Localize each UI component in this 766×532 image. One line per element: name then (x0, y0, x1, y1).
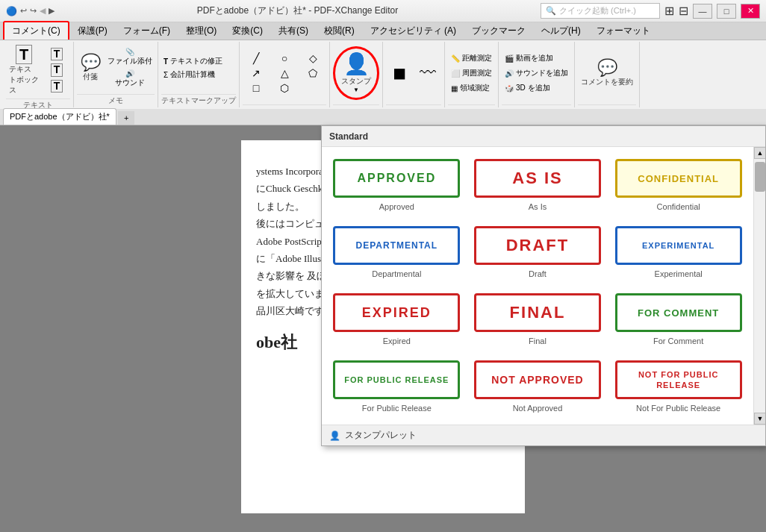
circle-btn[interactable]: ○ (271, 51, 298, 65)
maximize-btn[interactable]: □ (717, 4, 736, 19)
sound-add-btn[interactable]: 🔊 サウンドを追加 (502, 66, 571, 80)
arrow-btn[interactable]: ↗ (243, 66, 270, 80)
text-t1-icon: T (51, 48, 63, 60)
undo-btn[interactable]: ↩ (20, 6, 27, 16)
stamp-forcomment-label: For Comment (653, 337, 703, 345)
sound-add-icon: 🔊 (505, 69, 514, 78)
calc-icon: Σ (164, 71, 168, 79)
tab-format[interactable]: フォーマット (589, 22, 658, 40)
stamp-panel-footer[interactable]: 👤 スタンプパレット (322, 425, 765, 445)
video-label: 動画を追加 (516, 53, 553, 63)
perimeter-btn[interactable]: ⬜ 周囲測定 (448, 66, 495, 80)
stamp-cell-approved[interactable]: APPROVED Approved (328, 153, 466, 217)
layout-icon[interactable]: ⊟ (679, 4, 688, 18)
stamp-cell-notforpublicrelease[interactable]: NOT FOR PUBLIC RELEASE Not For Public Re… (609, 354, 747, 419)
text-correct-btn[interactable]: T テキストの修正 (161, 55, 225, 67)
video-icon: 🎬 (505, 54, 514, 63)
tab-review[interactable]: 校閲(R) (317, 22, 362, 40)
text-t3-btn[interactable]: T (43, 79, 70, 93)
attach-label: ファイル添付 (108, 56, 152, 66)
search-box[interactable]: 🔍 クイック起動 (Ctrl+.) (541, 3, 660, 19)
stamp-section-label (333, 104, 379, 106)
tab-form[interactable]: フォーム(F) (116, 22, 178, 40)
stamp-draft-label: Draft (529, 269, 547, 278)
forward-btn[interactable]: ▶ (49, 6, 55, 16)
doc-tab[interactable]: PDFとadobe（アドビ）社* (3, 108, 116, 125)
doc-tabbar: PDFとadobe（アドビ）社* + (0, 109, 766, 125)
shape1-btn[interactable]: ◇ (299, 51, 326, 65)
minimize-btn[interactable]: — (693, 4, 712, 19)
textbox-btn[interactable]: T テキストボックス (6, 43, 42, 97)
stamp-scrollbar[interactable]: ▲ ▼ (753, 147, 765, 425)
ribbon-btns-memo: 💬 付箋 📎 ファイル添付 🔊 サウンド (77, 43, 155, 93)
scroll-track (754, 159, 765, 413)
stamp-cell-experimental[interactable]: EXPERIMENTAL Experimental (609, 220, 747, 284)
distance-btn[interactable]: 📏 距離測定 (448, 51, 495, 65)
stamp-cell-asis[interactable]: AS IS As Is (469, 153, 607, 217)
sticky-btn[interactable]: 💬 付箋 (77, 52, 104, 84)
scroll-down-btn[interactable]: ▼ (754, 413, 765, 425)
attach-btn[interactable]: 📎 ファイル添付 (105, 47, 155, 67)
ribbon-section-textbox: T テキストボックス T T T テキスト (3, 42, 74, 107)
line-btn[interactable]: ╱ (243, 51, 270, 65)
stamp-cell-notapproved[interactable]: NOT APPROVED Not Approved (469, 354, 607, 419)
stamp-btn[interactable]: 👤 スタンプ ▼ (338, 51, 374, 95)
text-t1-btn[interactable]: T (43, 47, 70, 61)
redo-btn[interactable]: ↪ (30, 6, 37, 16)
titlebar: 🔵 ↩ ↪ ◀ ▶ PDFとadobe（アドビ）社* - PDF-XChange… (0, 0, 766, 22)
stamp-notforpublicrelease: NOT FOR PUBLIC RELEASE (615, 360, 742, 399)
tab-organize[interactable]: 整理(O) (178, 22, 224, 40)
grid-icon[interactable]: ⊞ (664, 4, 674, 18)
calc-btn[interactable]: Σ 会計用計算機 (161, 69, 225, 81)
squiggly-btn[interactable]: 〰 (414, 63, 441, 84)
shape1-icon: ◇ (309, 52, 317, 64)
stamp-cell-confidential[interactable]: CONFIDENTIAL Confidential (609, 153, 747, 217)
ribbon-section-measure: 📏 距離測定 ⬜ 周囲測定 ▦ 領域測定 (445, 42, 499, 107)
tab-bookmark[interactable]: ブックマーク (464, 22, 533, 40)
comment-summary-btn[interactable]: 💬 コメントを要約 (578, 57, 636, 89)
stamp-cell-expired[interactable]: EXPIRED Expired (328, 287, 466, 351)
stamp-cell-forpublicrelease[interactable]: FOR PUBLIC RELEASE For Public Release (328, 354, 466, 419)
rect-btn[interactable]: □ (243, 81, 270, 95)
text-t2-btn[interactable]: T (43, 63, 70, 77)
text-correct-icon: T (164, 57, 168, 66)
3d-btn[interactable]: 🎲 3D を追加 (502, 81, 571, 95)
triangle-btn[interactable]: △ (271, 66, 298, 80)
ribbon-btns-media: 🎬 動画を追加 🔊 サウンドを追加 🎲 3D を追加 (502, 43, 571, 103)
tab-share[interactable]: 共有(S) (271, 22, 316, 40)
new-tab-btn[interactable]: + (118, 111, 134, 125)
ribbon-tabbar: コメント(C) 保護(P) フォーム(F) 整理(O) 変換(C) 共有(S) … (0, 22, 766, 40)
stamp-departmental: DEPARTMENTAL (333, 226, 460, 265)
area-btn[interactable]: ▦ 領域測定 (448, 81, 495, 95)
eraser-btn[interactable]: ◼ (386, 63, 413, 84)
window-title: PDFとadobe（アドビ）社* - PDF-XChange Editor (55, 4, 541, 17)
close-btn[interactable]: ✕ (741, 4, 760, 19)
scroll-up-btn[interactable]: ▲ (754, 147, 765, 159)
stamp-cell-final[interactable]: FINAL Final (469, 287, 607, 351)
stamp-cell-forcomment[interactable]: FOR COMMENT For Comment (609, 287, 747, 351)
tab-comment[interactable]: コメント(C) (3, 21, 69, 40)
arrow-icon: ↗ (252, 67, 261, 79)
new-tab-label: + (124, 113, 128, 122)
markup-col1: T テキストの修正 Σ 会計用計算機 (161, 55, 225, 81)
sound-btn[interactable]: 🔊 サウンド (105, 69, 155, 89)
tab-protect[interactable]: 保護(P) (70, 22, 115, 40)
stamp-approved: APPROVED (333, 159, 460, 198)
ribbon-section-comment-summary: 💬 コメントを要約 (575, 42, 640, 107)
tab-convert[interactable]: 変換(C) (225, 22, 270, 40)
scroll-thumb[interactable] (755, 162, 765, 192)
stamp-cell-draft[interactable]: DRAFT Draft (469, 220, 607, 284)
stamp-label: スタンプ (341, 76, 371, 87)
pentagon-btn[interactable]: ⬠ (299, 66, 326, 80)
back-btn[interactable]: ◀ (40, 6, 46, 16)
pentagon-icon: ⬠ (308, 67, 317, 79)
ribbon-btns-textmarkup: T テキストの修正 Σ 会計用計算機 (161, 43, 236, 93)
video-btn[interactable]: 🎬 動画を追加 (502, 51, 571, 65)
stamp-forpublicrelease: FOR PUBLIC RELEASE (333, 360, 460, 399)
stamp-cell-departmental[interactable]: DEPARTMENTAL Departmental (328, 220, 466, 284)
tab-accessibility[interactable]: アクセシビリティ (A) (363, 22, 464, 40)
text-sub-btns: T T T (43, 47, 70, 93)
tab-help[interactable]: ヘルプ(H) (534, 22, 588, 40)
stamp-draft: DRAFT (474, 226, 601, 265)
hex-btn[interactable]: ⬡ (271, 81, 298, 95)
